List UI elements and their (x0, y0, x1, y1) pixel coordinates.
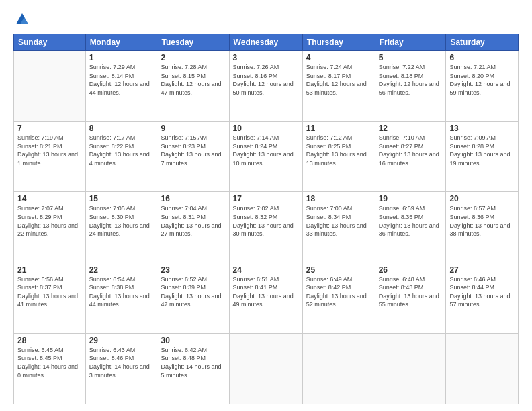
calendar-cell: 8Sunrise: 7:17 AMSunset: 8:22 PMDaylight… (85, 122, 157, 192)
day-info: Sunrise: 6:42 AMSunset: 8:48 PMDaylight:… (161, 346, 225, 379)
day-info: Sunrise: 6:46 AMSunset: 8:44 PMDaylight:… (449, 275, 515, 309)
daylight-text: Daylight: 14 hours and 3 minutes. (89, 363, 154, 379)
day-number: 6 (449, 53, 515, 62)
daylight-text: Daylight: 13 hours and 27 minutes. (161, 222, 225, 238)
calendar-cell: 10Sunrise: 7:14 AMSunset: 8:24 PMDayligh… (229, 122, 302, 192)
day-info: Sunrise: 6:54 AMSunset: 8:38 PMDaylight:… (89, 275, 154, 309)
day-info: Sunrise: 7:12 AMSunset: 8:25 PMDaylight:… (306, 134, 371, 167)
sunset-text: Sunset: 8:31 PM (161, 213, 225, 222)
daylight-text: Daylight: 13 hours and 16 minutes. (379, 150, 443, 167)
sunset-text: Sunset: 8:27 PM (379, 142, 443, 151)
sunset-text: Sunset: 8:39 PM (161, 283, 225, 292)
day-info: Sunrise: 7:26 AMSunset: 8:16 PMDaylight:… (233, 63, 299, 97)
daylight-text: Daylight: 12 hours and 50 minutes. (233, 80, 299, 97)
calendar-cell (229, 333, 302, 404)
sunrise-text: Sunrise: 7:15 AM (161, 134, 225, 142)
daylight-text: Daylight: 12 hours and 59 minutes. (449, 80, 515, 97)
calendar-cell: 12Sunrise: 7:10 AMSunset: 8:27 PMDayligh… (375, 122, 446, 192)
sunset-text: Sunset: 8:14 PM (89, 72, 154, 81)
day-number: 17 (233, 194, 299, 203)
day-number: 21 (17, 265, 82, 275)
daylight-text: Daylight: 12 hours and 44 minutes. (89, 80, 154, 97)
day-number: 1 (89, 53, 154, 62)
day-info: Sunrise: 6:49 AMSunset: 8:42 PMDaylight:… (306, 275, 371, 309)
daylight-text: Daylight: 12 hours and 53 minutes. (306, 80, 371, 97)
sunrise-text: Sunrise: 7:21 AM (449, 63, 515, 72)
sunset-text: Sunset: 8:32 PM (233, 213, 299, 222)
day-number: 4 (306, 53, 371, 62)
col-saturday: Saturday (446, 34, 519, 51)
day-number: 11 (306, 124, 371, 133)
table-row: 1Sunrise: 7:29 AMSunset: 8:14 PMDaylight… (14, 51, 519, 122)
day-info: Sunrise: 6:59 AMSunset: 8:35 PMDaylight:… (379, 204, 443, 238)
calendar-cell: 20Sunrise: 6:57 AMSunset: 8:36 PMDayligh… (446, 192, 519, 263)
daylight-text: Daylight: 13 hours and 4 minutes. (89, 150, 154, 167)
day-number: 27 (449, 265, 515, 275)
day-info: Sunrise: 7:29 AMSunset: 8:14 PMDaylight:… (89, 63, 154, 97)
calendar-cell: 1Sunrise: 7:29 AMSunset: 8:14 PMDaylight… (85, 51, 157, 122)
sunrise-text: Sunrise: 7:29 AM (89, 63, 154, 72)
sunrise-text: Sunrise: 6:51 AM (233, 275, 299, 284)
day-info: Sunrise: 7:19 AMSunset: 8:21 PMDaylight:… (17, 134, 82, 167)
sunrise-text: Sunrise: 7:09 AM (449, 134, 515, 142)
day-info: Sunrise: 6:51 AMSunset: 8:41 PMDaylight:… (233, 275, 299, 309)
calendar-cell: 15Sunrise: 7:05 AMSunset: 8:30 PMDayligh… (85, 192, 157, 263)
calendar-header-row: Sunday Monday Tuesday Wednesday Thursday… (14, 34, 519, 51)
sunrise-text: Sunrise: 7:28 AM (161, 63, 225, 72)
day-number: 15 (89, 194, 154, 203)
sunrise-text: Sunrise: 7:12 AM (306, 134, 371, 142)
daylight-text: Daylight: 13 hours and 22 minutes. (17, 222, 82, 238)
sunset-text: Sunset: 8:25 PM (306, 142, 371, 151)
day-number: 22 (89, 265, 154, 275)
day-info: Sunrise: 6:52 AMSunset: 8:39 PMDaylight:… (161, 275, 225, 309)
day-info: Sunrise: 7:22 AMSunset: 8:18 PMDaylight:… (379, 63, 443, 97)
sunrise-text: Sunrise: 6:49 AM (306, 275, 371, 284)
daylight-text: Daylight: 13 hours and 44 minutes. (89, 292, 154, 309)
calendar-cell: 21Sunrise: 6:56 AMSunset: 8:37 PMDayligh… (14, 263, 86, 333)
day-info: Sunrise: 6:57 AMSunset: 8:36 PMDaylight:… (449, 204, 515, 238)
calendar-cell (446, 333, 519, 404)
logo-icon (15, 12, 30, 27)
day-info: Sunrise: 7:04 AMSunset: 8:31 PMDaylight:… (161, 204, 225, 238)
calendar-cell: 22Sunrise: 6:54 AMSunset: 8:38 PMDayligh… (85, 263, 157, 333)
calendar-cell: 13Sunrise: 7:09 AMSunset: 8:28 PMDayligh… (446, 122, 519, 192)
daylight-text: Daylight: 13 hours and 13 minutes. (306, 150, 371, 167)
sunrise-text: Sunrise: 7:00 AM (306, 204, 371, 213)
day-info: Sunrise: 6:45 AMSunset: 8:45 PMDaylight:… (17, 346, 82, 379)
calendar-cell: 4Sunrise: 7:24 AMSunset: 8:17 PMDaylight… (302, 51, 375, 122)
sunset-text: Sunset: 8:45 PM (17, 354, 82, 363)
day-number: 5 (379, 53, 443, 62)
sunrise-text: Sunrise: 7:07 AM (17, 204, 82, 213)
col-monday: Monday (85, 34, 157, 51)
header (13, 12, 519, 27)
col-tuesday: Tuesday (157, 34, 229, 51)
daylight-text: Daylight: 13 hours and 41 minutes. (17, 292, 82, 309)
calendar-cell: 24Sunrise: 6:51 AMSunset: 8:41 PMDayligh… (229, 263, 302, 333)
calendar-cell: 9Sunrise: 7:15 AMSunset: 8:23 PMDaylight… (157, 122, 229, 192)
calendar-cell: 3Sunrise: 7:26 AMSunset: 8:16 PMDaylight… (229, 51, 302, 122)
day-info: Sunrise: 7:24 AMSunset: 8:17 PMDaylight:… (306, 63, 371, 97)
sunset-text: Sunset: 8:22 PM (89, 142, 154, 151)
day-number: 7 (17, 124, 82, 133)
day-number: 9 (161, 124, 225, 133)
sunset-text: Sunset: 8:42 PM (306, 283, 371, 292)
calendar-cell: 11Sunrise: 7:12 AMSunset: 8:25 PMDayligh… (302, 122, 375, 192)
sunset-text: Sunset: 8:30 PM (89, 213, 154, 222)
sunrise-text: Sunrise: 6:48 AM (379, 275, 443, 284)
sunrise-text: Sunrise: 7:26 AM (233, 63, 299, 72)
sunset-text: Sunset: 8:38 PM (89, 283, 154, 292)
daylight-text: Daylight: 13 hours and 33 minutes. (306, 222, 371, 238)
day-number: 23 (161, 265, 225, 275)
daylight-text: Daylight: 13 hours and 30 minutes. (233, 222, 299, 238)
daylight-text: Daylight: 13 hours and 38 minutes. (449, 222, 515, 238)
daylight-text: Daylight: 13 hours and 57 minutes. (449, 292, 515, 309)
day-number: 30 (161, 336, 225, 345)
sunset-text: Sunset: 8:41 PM (233, 283, 299, 292)
day-number: 24 (233, 265, 299, 275)
calendar-cell: 17Sunrise: 7:02 AMSunset: 8:32 PMDayligh… (229, 192, 302, 263)
daylight-text: Daylight: 13 hours and 10 minutes. (233, 150, 299, 167)
calendar-cell: 5Sunrise: 7:22 AMSunset: 8:18 PMDaylight… (375, 51, 446, 122)
day-number: 12 (379, 124, 443, 133)
sunrise-text: Sunrise: 7:24 AM (306, 63, 371, 72)
sunrise-text: Sunrise: 6:56 AM (17, 275, 82, 284)
